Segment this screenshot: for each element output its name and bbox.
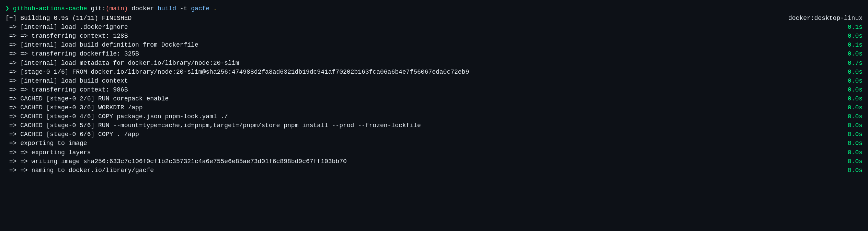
line-content-16: => => exporting layers — [5, 148, 835, 157]
prompt-cmd-build: build — [158, 4, 176, 13]
line-content-01: [+] Building 0.9s (11/11) FINISHED — [5, 14, 781, 23]
line-content-05: => => transferring dockerfile: 325B — [5, 49, 835, 58]
line-content-06: => [internal] load metadata for docker.i… — [5, 59, 835, 68]
line-content-14: => CACHED [stage-0 6/6] COPY . /app — [5, 130, 835, 139]
line-time-18: 0.0s — [842, 166, 863, 175]
output-line-07: => [stage-0 1/6] FROM docker.io/library/… — [5, 68, 863, 76]
output-line-08: => [internal] load build context 0.0s — [5, 76, 863, 85]
line-time-14: 0.0s — [842, 130, 863, 139]
terminal: ❯ github-actions-cache git: (main) docke… — [0, 0, 868, 231]
line-content-13: => CACHED [stage-0 5/6] RUN --mount=type… — [5, 121, 835, 130]
line-time-05: 0.0s — [842, 49, 863, 58]
output-line-03: => => transferring context: 128B 0.0s — [5, 32, 863, 40]
line-time-04: 0.1s — [842, 40, 863, 49]
prompt-cmd-dot: . — [209, 4, 217, 13]
line-time-16: 0.0s — [842, 148, 863, 157]
line-time-02: 0.1s — [842, 23, 863, 32]
line-content-02: => [internal] load .dockerignore — [5, 23, 835, 32]
line-time-11: 0.0s — [842, 103, 863, 112]
line-content-03: => => transferring context: 128B — [5, 32, 835, 40]
line-time-09: 0.0s — [842, 85, 863, 94]
output-line-15: => exporting to image 0.0s — [5, 139, 863, 148]
line-content-12: => CACHED [stage-0 4/6] COPY package.jso… — [5, 112, 835, 121]
line-content-18: => => naming to docker.io/library/gacfe — [5, 166, 835, 175]
line-content-04: => [internal] load build definition from… — [5, 40, 835, 49]
line-content-07: => [stage-0 1/6] FROM docker.io/library/… — [5, 68, 835, 76]
prompt-line: ❯ github-actions-cache git: (main) docke… — [5, 4, 863, 13]
line-content-11: => CACHED [stage-0 3/6] WORKDIR /app — [5, 103, 835, 112]
output-line-05: => => transferring dockerfile: 325B 0.0s — [5, 49, 863, 58]
line-time-03: 0.0s — [842, 32, 863, 40]
line-time-08: 0.0s — [842, 76, 863, 85]
output-line-16: => => exporting layers 0.0s — [5, 148, 863, 157]
output-line-12: => CACHED [stage-0 4/6] COPY package.jso… — [5, 112, 863, 121]
line-time-10: 0.0s — [842, 94, 863, 103]
line-time-01: docker:desktop-linux — [788, 14, 863, 23]
line-content-10: => CACHED [stage-0 2/6] RUN corepack ena… — [5, 94, 835, 103]
line-content-15: => exporting to image — [5, 139, 835, 148]
output-line-18: => => naming to docker.io/library/gacfe … — [5, 166, 863, 175]
line-time-15: 0.0s — [842, 139, 863, 148]
line-time-06: 0.7s — [842, 59, 863, 68]
output-line-11: => CACHED [stage-0 3/6] WORKDIR /app 0.0… — [5, 103, 863, 112]
line-content-08: => [internal] load build context — [5, 76, 835, 85]
line-content-09: => => transferring context: 986B — [5, 85, 835, 94]
output-line-04: => [internal] load build definition from… — [5, 40, 863, 49]
output-line-14: => CACHED [stage-0 6/6] COPY . /app 0.0s — [5, 130, 863, 139]
prompt-branch: (main) — [106, 4, 132, 13]
output-line-06: => [internal] load metadata for docker.i… — [5, 59, 863, 68]
prompt-arrow: ❯ — [5, 4, 13, 13]
line-content-17: => => writing image sha256:633c7c106f0cf… — [5, 157, 835, 166]
output-line-02: => [internal] load .dockerignore 0.1s — [5, 23, 863, 32]
prompt-cmd-target: gacfe — [191, 4, 209, 13]
output-line-09: => => transferring context: 986B 0.0s — [5, 85, 863, 94]
prompt-cmd-flag: -t — [176, 4, 191, 13]
prompt-cmd-docker: docker — [132, 4, 158, 13]
output-line-17: => => writing image sha256:633c7c106f0cf… — [5, 157, 863, 166]
output-line-10: => CACHED [stage-0 2/6] RUN corepack ena… — [5, 94, 863, 103]
line-time-17: 0.0s — [842, 157, 863, 166]
prompt-repo: github-actions-cache — [13, 4, 91, 13]
prompt-git-label: git: — [91, 4, 105, 13]
output-line-01: [+] Building 0.9s (11/11) FINISHED docke… — [5, 14, 863, 23]
line-time-07: 0.0s — [842, 68, 863, 76]
line-time-13: 0.0s — [842, 121, 863, 130]
line-time-12: 0.0s — [842, 112, 863, 121]
output-line-13: => CACHED [stage-0 5/6] RUN --mount=type… — [5, 121, 863, 130]
